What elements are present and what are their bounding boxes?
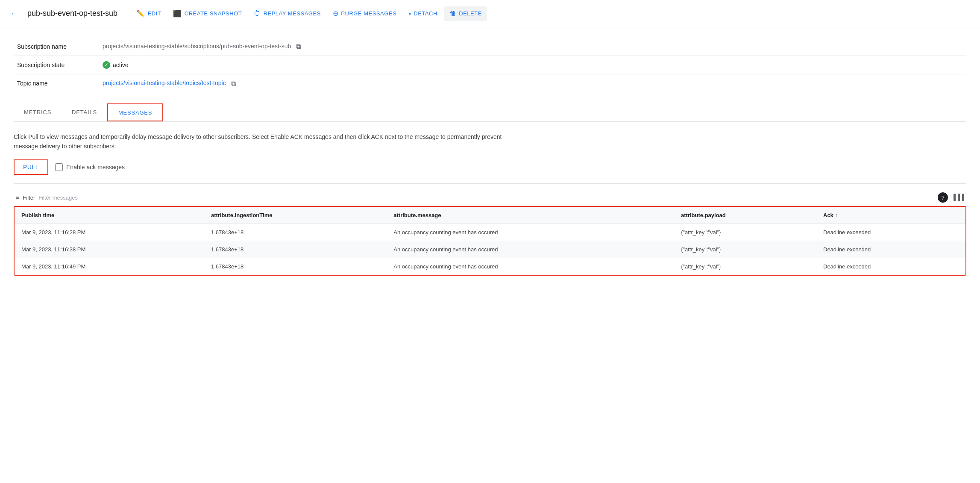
- table-row: Mar 9, 2023, 11:16:38 PM 1.67843e+18 An …: [15, 241, 965, 258]
- cell-payload: {"attr_key":"val"}: [674, 224, 816, 241]
- table-row: Mar 9, 2023, 11:16:49 PM 1.67843e+18 An …: [15, 258, 965, 275]
- filter-label: Filter: [23, 194, 35, 201]
- messages-description: Click Pull to view messages and temporar…: [14, 132, 526, 151]
- messages-table: Publish time attribute.ingestionTime att…: [15, 207, 965, 275]
- create-snapshot-button[interactable]: ⬛ CREATE SNAPSHOT: [168, 6, 247, 21]
- table-header-row: Publish time attribute.ingestionTime att…: [15, 207, 965, 224]
- filter-right: ?: [938, 192, 965, 203]
- enable-ack-checkbox[interactable]: [55, 163, 63, 171]
- page-title: pub-sub-event-op-test-sub: [27, 9, 117, 18]
- messages-table-wrapper: Publish time attribute.ingestionTime att…: [14, 206, 966, 276]
- replay-icon: ⏱: [254, 10, 261, 18]
- tab-details[interactable]: DETAILS: [62, 103, 107, 121]
- filter-icon: ≡: [15, 194, 19, 201]
- tabs-container: METRICS DETAILS MESSAGES: [14, 103, 966, 122]
- subscription-state-label: Subscription state: [14, 56, 99, 74]
- info-table: Subscription name projects/visionai-test…: [14, 38, 966, 93]
- topic-name-label: Topic name: [14, 74, 99, 93]
- cell-ingestion-time: 1.67843e+18: [204, 241, 387, 258]
- filter-bar: ≡ Filter Filter messages ?: [14, 192, 966, 203]
- topic-name-link[interactable]: projects/visionai-testing-stable/topics/…: [103, 80, 226, 86]
- filter-left: ≡ Filter Filter messages: [15, 194, 78, 201]
- columns-button[interactable]: [953, 194, 965, 201]
- delete-icon: 🗑: [449, 10, 457, 18]
- topic-name-row: Topic name projects/visionai-testing-sta…: [14, 74, 966, 93]
- pull-button[interactable]: PULL: [14, 159, 48, 175]
- active-check-icon: ✓: [103, 61, 110, 69]
- col-header-publish-time: Publish time: [15, 207, 204, 224]
- cell-ack: Deadline exceeded: [816, 224, 965, 241]
- detach-icon: ▪: [408, 10, 411, 18]
- filter-placeholder: Filter messages: [38, 194, 78, 201]
- ack-sort-icon[interactable]: ↑: [835, 212, 838, 218]
- purge-messages-button[interactable]: ⊖ PURGE MESSAGES: [328, 6, 402, 21]
- cell-publish-time: Mar 9, 2023, 11:16:49 PM: [15, 258, 204, 275]
- enable-ack-label[interactable]: Enable ack messages: [55, 163, 125, 171]
- detach-button[interactable]: ▪ DETACH: [403, 6, 443, 21]
- edit-button[interactable]: ✏️ EDIT: [131, 6, 166, 21]
- main-content: Subscription name projects/visionai-test…: [0, 27, 980, 286]
- cell-message: An occupancy counting event has occured: [387, 241, 674, 258]
- cell-ack: Deadline exceeded: [816, 241, 965, 258]
- col-header-message: attribute.message: [387, 207, 674, 224]
- cell-ingestion-time: 1.67843e+18: [204, 258, 387, 275]
- delete-button[interactable]: 🗑 DELETE: [444, 6, 487, 21]
- status-active: ✓ active: [103, 61, 963, 69]
- edit-icon: ✏️: [136, 9, 145, 18]
- page-header: ← pub-sub-event-op-test-sub ✏️ EDIT ⬛ CR…: [0, 0, 980, 27]
- cell-ingestion-time: 1.67843e+18: [204, 224, 387, 241]
- pull-section: PULL Enable ack messages: [14, 159, 966, 184]
- help-button[interactable]: ?: [938, 192, 948, 203]
- back-button[interactable]: ←: [9, 7, 21, 20]
- subscription-state-value: ✓ active: [99, 56, 966, 74]
- replay-messages-button[interactable]: ⏱ REPLAY MESSAGES: [249, 6, 326, 21]
- cell-publish-time: Mar 9, 2023, 11:16:28 PM: [15, 224, 204, 241]
- col-header-payload: attribute.payload: [674, 207, 816, 224]
- cell-message: An occupancy counting event has occured: [387, 258, 674, 275]
- purge-icon: ⊖: [333, 9, 339, 18]
- header-actions: ✏️ EDIT ⬛ CREATE SNAPSHOT ⏱ REPLAY MESSA…: [131, 6, 487, 21]
- subscription-state-row: Subscription state ✓ active: [14, 56, 966, 74]
- subscription-name-row: Subscription name projects/visionai-test…: [14, 38, 966, 56]
- cell-message: An occupancy counting event has occured: [387, 224, 674, 241]
- cell-ack: Deadline exceeded: [816, 258, 965, 275]
- tab-messages[interactable]: MESSAGES: [108, 104, 162, 121]
- subscription-name-label: Subscription name: [14, 38, 99, 56]
- cell-payload: {"attr_key":"val"}: [674, 241, 816, 258]
- snapshot-icon: ⬛: [173, 9, 182, 18]
- col-header-ack: Ack ↑: [816, 207, 965, 224]
- topic-name-value: projects/visionai-testing-stable/topics/…: [99, 74, 966, 93]
- tab-metrics[interactable]: METRICS: [14, 103, 62, 121]
- table-row: Mar 9, 2023, 11:16:28 PM 1.67843e+18 An …: [15, 224, 965, 241]
- topic-name-copy-icon[interactable]: ⧉: [231, 80, 236, 88]
- cell-payload: {"attr_key":"val"}: [674, 258, 816, 275]
- cell-publish-time: Mar 9, 2023, 11:16:38 PM: [15, 241, 204, 258]
- subscription-name-copy-icon[interactable]: ⧉: [296, 43, 301, 50]
- tab-messages-wrapper: MESSAGES: [107, 103, 163, 121]
- col-header-ingestion-time: attribute.ingestionTime: [204, 207, 387, 224]
- subscription-name-value: projects/visionai-testing-stable/subscri…: [99, 38, 966, 56]
